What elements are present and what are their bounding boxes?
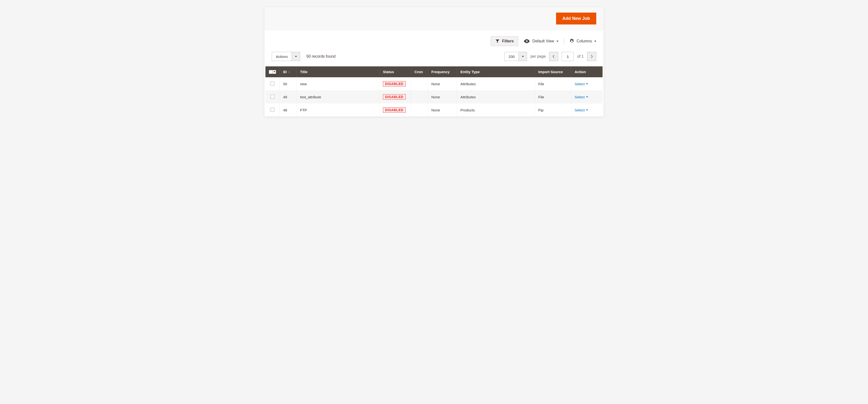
- gear-icon: [569, 39, 574, 43]
- svg-point-1: [526, 41, 527, 42]
- chevron-left-icon: [552, 55, 555, 58]
- cell-entity: Products: [457, 103, 535, 117]
- divider: [564, 38, 564, 44]
- row-checkbox-cell: [266, 103, 280, 117]
- col-header-cron[interactable]: Cron: [411, 66, 428, 77]
- left-controls: Actions 50 records found: [272, 52, 335, 61]
- status-badge: DISABLED: [383, 81, 406, 87]
- view-label: Default View: [532, 39, 554, 43]
- per-page-label: per page: [530, 54, 546, 59]
- col-header-source[interactable]: Import Source: [535, 66, 571, 77]
- table-row: 50newDISABLEDNoneAttributesFileSelect: [266, 77, 602, 90]
- cell-status: DISABLED: [379, 103, 411, 117]
- cell-source: Ftp: [535, 103, 571, 117]
- jobs-table: ID↑ Title Status Cron Frequency Entity T…: [266, 66, 602, 117]
- admin-grid-card: Add New Job Filters Default View Columns…: [265, 7, 603, 117]
- row-checkbox[interactable]: [271, 108, 274, 112]
- cell-action: Select: [571, 77, 602, 90]
- cell-id: 50: [280, 77, 297, 90]
- col-header-select[interactable]: [266, 66, 280, 77]
- cell-title: test_attribute: [297, 90, 379, 103]
- cell-entity: Attributes: [457, 90, 535, 103]
- col-header-frequency[interactable]: Frequency: [428, 66, 457, 77]
- col-header-id[interactable]: ID↑: [280, 66, 297, 77]
- caret-down-icon: [586, 83, 588, 85]
- page-size-value: 200: [505, 52, 519, 61]
- cell-frequency: None: [428, 90, 457, 103]
- top-bar: Add New Job: [265, 7, 603, 30]
- caret-down-icon: [519, 52, 527, 61]
- cell-frequency: None: [428, 77, 457, 90]
- col-header-action[interactable]: Action: [571, 66, 602, 77]
- row-action-select[interactable]: Select: [575, 95, 599, 99]
- caret-down-icon: [586, 96, 588, 98]
- eye-icon: [524, 39, 530, 43]
- grid-controls: Actions 50 records found 200 per page of…: [265, 51, 603, 66]
- table-wrap: ID↑ Title Status Cron Frequency Entity T…: [265, 66, 603, 117]
- cell-cron: [411, 103, 428, 117]
- status-badge: DISABLED: [383, 94, 406, 99]
- select-all-dropdown[interactable]: [273, 70, 276, 74]
- caret-down-icon: [557, 41, 558, 42]
- row-checkbox-cell: [266, 77, 280, 90]
- row-checkbox[interactable]: [271, 82, 274, 86]
- actions-label: Actions: [272, 52, 291, 61]
- view-switcher[interactable]: Default View: [524, 39, 558, 43]
- col-header-title[interactable]: Title: [297, 66, 379, 77]
- columns-label: Columns: [577, 39, 592, 43]
- table-row: 49test_attributeDISABLEDNoneAttributesFi…: [266, 90, 602, 103]
- sort-asc-icon: ↑: [288, 70, 290, 74]
- status-badge: DISABLED: [383, 107, 406, 113]
- chevron-right-icon: [590, 55, 593, 58]
- row-action-select[interactable]: Select: [575, 82, 599, 86]
- grid-toolbar: Filters Default View Columns: [265, 30, 603, 51]
- caret-down-icon: [291, 52, 300, 61]
- table-row: 48FTPDISABLEDNoneProductsFtpSelect: [266, 103, 602, 117]
- cell-id: 49: [280, 90, 297, 103]
- cell-title: FTP: [297, 103, 379, 117]
- cell-action: Select: [571, 103, 602, 117]
- cell-action: Select: [571, 90, 602, 103]
- caret-down-icon: [594, 41, 596, 42]
- cell-entity: Attributes: [457, 77, 535, 90]
- page-total-label: of 1: [577, 54, 584, 59]
- page-size-select[interactable]: 200: [504, 52, 527, 61]
- col-header-entity[interactable]: Entity Type: [457, 66, 535, 77]
- page-input[interactable]: [562, 52, 574, 61]
- cell-id: 48: [280, 103, 297, 117]
- cell-title: new: [297, 77, 379, 90]
- cell-cron: [411, 77, 428, 90]
- caret-down-icon: [586, 110, 588, 111]
- columns-switcher[interactable]: Columns: [569, 39, 596, 43]
- add-new-job-button[interactable]: Add New Job: [556, 12, 596, 25]
- table-header-row: ID↑ Title Status Cron Frequency Entity T…: [266, 66, 602, 77]
- cell-source: File: [535, 77, 571, 90]
- cell-status: DISABLED: [379, 90, 411, 103]
- actions-dropdown[interactable]: Actions: [272, 52, 300, 61]
- row-action-select[interactable]: Select: [575, 108, 599, 112]
- cell-frequency: None: [428, 103, 457, 117]
- cell-source: File: [535, 90, 571, 103]
- cell-cron: [411, 90, 428, 103]
- row-checkbox-cell: [266, 90, 280, 103]
- filters-label: Filters: [502, 39, 514, 43]
- next-page-button[interactable]: [587, 52, 596, 61]
- records-count: 50 records found: [306, 54, 335, 59]
- cell-status: DISABLED: [379, 77, 411, 90]
- filters-button[interactable]: Filters: [491, 36, 518, 46]
- col-header-status[interactable]: Status: [379, 66, 411, 77]
- prev-page-button[interactable]: [549, 52, 558, 61]
- row-checkbox[interactable]: [271, 95, 274, 99]
- right-controls: 200 per page of 1: [504, 52, 596, 61]
- select-all-checkbox[interactable]: [269, 70, 273, 74]
- funnel-icon: [495, 39, 500, 43]
